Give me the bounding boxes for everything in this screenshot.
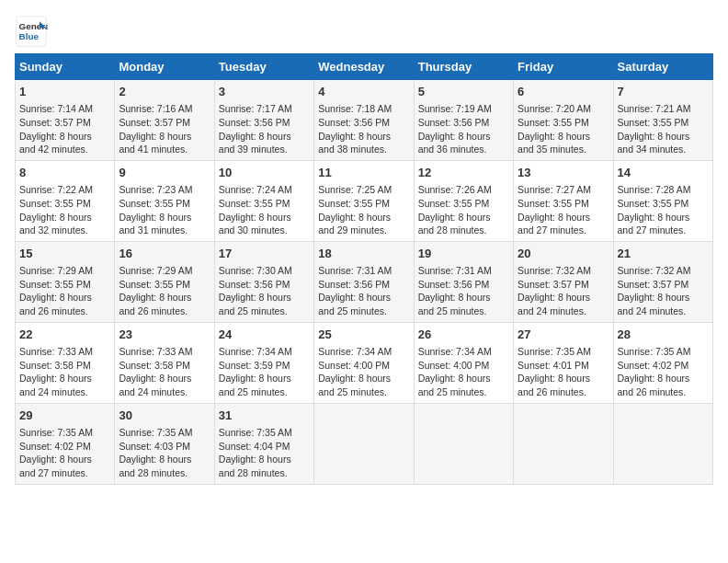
calendar-cell: 14Sunrise: 7:28 AM Sunset: 3:55 PM Dayli… [613, 160, 712, 241]
day-info: Sunrise: 7:28 AM Sunset: 3:55 PM Dayligh… [618, 183, 709, 237]
calendar-cell: 19Sunrise: 7:31 AM Sunset: 3:56 PM Dayli… [414, 241, 513, 322]
week-row-4: 22Sunrise: 7:33 AM Sunset: 3:58 PM Dayli… [16, 322, 713, 403]
day-number: 15 [19, 246, 110, 262]
day-number: 16 [119, 246, 210, 262]
day-number: 31 [219, 408, 310, 424]
header-day-monday: Monday [115, 54, 214, 80]
day-number: 14 [618, 165, 709, 181]
day-info: Sunrise: 7:34 AM Sunset: 3:59 PM Dayligh… [219, 345, 310, 399]
day-info: Sunrise: 7:22 AM Sunset: 3:55 PM Dayligh… [19, 183, 110, 237]
day-info: Sunrise: 7:21 AM Sunset: 3:55 PM Dayligh… [618, 102, 709, 156]
calendar-cell [514, 403, 613, 484]
calendar-cell: 22Sunrise: 7:33 AM Sunset: 3:58 PM Dayli… [16, 322, 115, 403]
header-day-tuesday: Tuesday [214, 54, 313, 80]
day-info: Sunrise: 7:18 AM Sunset: 3:56 PM Dayligh… [318, 102, 409, 156]
day-number: 23 [119, 327, 210, 343]
calendar-cell [613, 403, 712, 484]
calendar-cell: 6Sunrise: 7:20 AM Sunset: 3:55 PM Daylig… [514, 80, 613, 161]
day-number: 4 [318, 84, 409, 100]
day-number: 27 [518, 327, 609, 343]
calendar-cell: 1Sunrise: 7:14 AM Sunset: 3:57 PM Daylig… [16, 80, 115, 161]
calendar-cell: 20Sunrise: 7:32 AM Sunset: 3:57 PM Dayli… [514, 241, 613, 322]
calendar-cell: 23Sunrise: 7:33 AM Sunset: 3:58 PM Dayli… [115, 322, 214, 403]
day-info: Sunrise: 7:32 AM Sunset: 3:57 PM Dayligh… [618, 264, 709, 318]
calendar-cell: 26Sunrise: 7:34 AM Sunset: 4:00 PM Dayli… [414, 322, 513, 403]
day-info: Sunrise: 7:29 AM Sunset: 3:55 PM Dayligh… [119, 264, 210, 318]
day-info: Sunrise: 7:34 AM Sunset: 4:00 PM Dayligh… [318, 345, 409, 399]
calendar-cell [414, 403, 513, 484]
header: General Blue [15, 15, 713, 48]
week-row-1: 1Sunrise: 7:14 AM Sunset: 3:57 PM Daylig… [16, 80, 713, 161]
calendar-cell: 18Sunrise: 7:31 AM Sunset: 3:56 PM Dayli… [314, 241, 414, 322]
week-row-2: 8Sunrise: 7:22 AM Sunset: 3:55 PM Daylig… [16, 160, 713, 241]
day-number: 2 [119, 84, 210, 100]
calendar-cell: 7Sunrise: 7:21 AM Sunset: 3:55 PM Daylig… [613, 80, 712, 161]
day-info: Sunrise: 7:29 AM Sunset: 3:55 PM Dayligh… [19, 264, 110, 318]
day-info: Sunrise: 7:17 AM Sunset: 3:56 PM Dayligh… [219, 102, 310, 156]
header-day-friday: Friday [514, 54, 613, 80]
day-number: 1 [19, 84, 110, 100]
logo-icon: General Blue [15, 15, 48, 48]
day-info: Sunrise: 7:26 AM Sunset: 3:55 PM Dayligh… [418, 183, 509, 237]
day-info: Sunrise: 7:14 AM Sunset: 3:57 PM Dayligh… [19, 102, 110, 156]
day-number: 18 [318, 246, 409, 262]
calendar-cell: 24Sunrise: 7:34 AM Sunset: 3:59 PM Dayli… [214, 322, 313, 403]
day-number: 5 [418, 84, 509, 100]
day-number: 29 [19, 408, 110, 424]
day-info: Sunrise: 7:24 AM Sunset: 3:55 PM Dayligh… [219, 183, 310, 237]
day-info: Sunrise: 7:33 AM Sunset: 3:58 PM Dayligh… [19, 345, 110, 399]
calendar-cell: 10Sunrise: 7:24 AM Sunset: 3:55 PM Dayli… [214, 160, 313, 241]
day-number: 10 [219, 165, 310, 181]
day-info: Sunrise: 7:35 AM Sunset: 4:04 PM Dayligh… [219, 426, 310, 480]
day-info: Sunrise: 7:25 AM Sunset: 3:55 PM Dayligh… [318, 183, 409, 237]
calendar-cell [314, 403, 414, 484]
calendar-cell: 11Sunrise: 7:25 AM Sunset: 3:55 PM Dayli… [314, 160, 414, 241]
day-info: Sunrise: 7:16 AM Sunset: 3:57 PM Dayligh… [119, 102, 210, 156]
day-number: 28 [618, 327, 709, 343]
day-info: Sunrise: 7:32 AM Sunset: 3:57 PM Dayligh… [518, 264, 609, 318]
day-number: 17 [219, 246, 310, 262]
calendar-cell: 21Sunrise: 7:32 AM Sunset: 3:57 PM Dayli… [613, 241, 712, 322]
day-number: 9 [119, 165, 210, 181]
day-number: 21 [618, 246, 709, 262]
day-info: Sunrise: 7:30 AM Sunset: 3:56 PM Dayligh… [219, 264, 310, 318]
calendar-cell: 17Sunrise: 7:30 AM Sunset: 3:56 PM Dayli… [214, 241, 313, 322]
day-number: 6 [518, 84, 609, 100]
day-number: 30 [119, 408, 210, 424]
calendar-cell: 9Sunrise: 7:23 AM Sunset: 3:55 PM Daylig… [115, 160, 214, 241]
day-number: 20 [518, 246, 609, 262]
calendar-cell: 28Sunrise: 7:35 AM Sunset: 4:02 PM Dayli… [613, 322, 712, 403]
day-number: 12 [418, 165, 509, 181]
day-info: Sunrise: 7:33 AM Sunset: 3:58 PM Dayligh… [119, 345, 210, 399]
header-day-wednesday: Wednesday [314, 54, 414, 80]
day-number: 26 [418, 327, 509, 343]
day-number: 24 [219, 327, 310, 343]
calendar-cell: 30Sunrise: 7:35 AM Sunset: 4:03 PM Dayli… [115, 403, 214, 484]
calendar-cell: 2Sunrise: 7:16 AM Sunset: 3:57 PM Daylig… [115, 80, 214, 161]
day-info: Sunrise: 7:19 AM Sunset: 3:56 PM Dayligh… [418, 102, 509, 156]
day-number: 13 [518, 165, 609, 181]
day-number: 8 [19, 165, 110, 181]
calendar-cell: 15Sunrise: 7:29 AM Sunset: 3:55 PM Dayli… [16, 241, 115, 322]
week-row-3: 15Sunrise: 7:29 AM Sunset: 3:55 PM Dayli… [16, 241, 713, 322]
day-info: Sunrise: 7:31 AM Sunset: 3:56 PM Dayligh… [418, 264, 509, 318]
day-info: Sunrise: 7:35 AM Sunset: 4:02 PM Dayligh… [19, 426, 110, 480]
calendar-cell: 31Sunrise: 7:35 AM Sunset: 4:04 PM Dayli… [214, 403, 313, 484]
header-day-thursday: Thursday [414, 54, 513, 80]
logo: General Blue [15, 15, 51, 48]
calendar-cell: 4Sunrise: 7:18 AM Sunset: 3:56 PM Daylig… [314, 80, 414, 161]
day-info: Sunrise: 7:20 AM Sunset: 3:55 PM Dayligh… [518, 102, 609, 156]
week-row-5: 29Sunrise: 7:35 AM Sunset: 4:02 PM Dayli… [16, 403, 713, 484]
calendar-cell: 29Sunrise: 7:35 AM Sunset: 4:02 PM Dayli… [16, 403, 115, 484]
day-number: 11 [318, 165, 409, 181]
day-number: 22 [19, 327, 110, 343]
day-info: Sunrise: 7:35 AM Sunset: 4:02 PM Dayligh… [618, 345, 709, 399]
calendar-cell: 8Sunrise: 7:22 AM Sunset: 3:55 PM Daylig… [16, 160, 115, 241]
header-day-saturday: Saturday [613, 54, 712, 80]
calendar-cell: 3Sunrise: 7:17 AM Sunset: 3:56 PM Daylig… [214, 80, 313, 161]
day-info: Sunrise: 7:27 AM Sunset: 3:55 PM Dayligh… [518, 183, 609, 237]
calendar-cell: 12Sunrise: 7:26 AM Sunset: 3:55 PM Dayli… [414, 160, 513, 241]
calendar-body: 1Sunrise: 7:14 AM Sunset: 3:57 PM Daylig… [16, 80, 713, 485]
svg-text:Blue: Blue [19, 31, 40, 41]
calendar-cell: 27Sunrise: 7:35 AM Sunset: 4:01 PM Dayli… [514, 322, 613, 403]
